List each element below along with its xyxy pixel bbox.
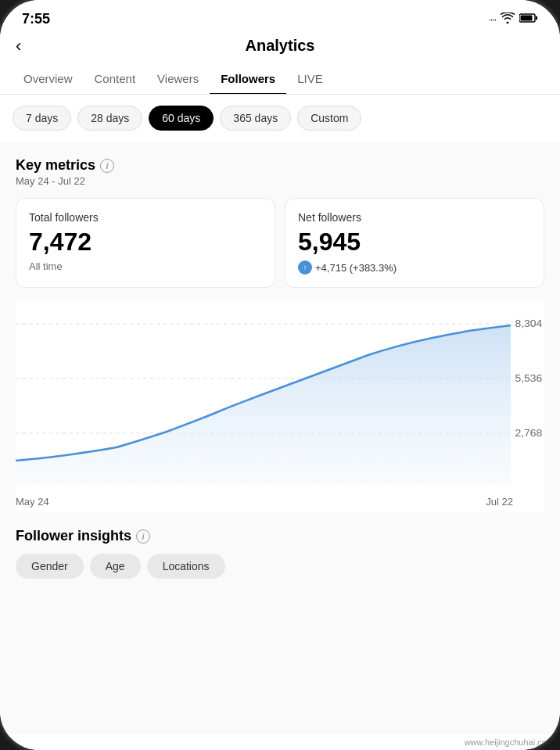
back-button[interactable]: ‹ — [16, 36, 21, 56]
date-range: May 24 - Jul 22 — [16, 175, 544, 187]
filter-60days[interactable]: 60 days — [149, 106, 214, 131]
signal-icon: ···· — [489, 14, 496, 25]
header: ‹ Analytics — [0, 31, 560, 55]
phone-screen: 7:55 ···· — [0, 0, 560, 750]
tab-viewers[interactable]: Viewers — [146, 64, 210, 94]
net-followers-card: Net followers 5,945 ↑ +4,715 (+383.3%) — [285, 198, 544, 288]
content-area: Key metrics i May 24 - Jul 22 Total foll… — [0, 142, 560, 734]
svg-rect-2 — [536, 16, 537, 20]
total-followers-value: 7,472 — [29, 228, 262, 256]
filter-7days[interactable]: 7 days — [13, 106, 71, 131]
chart-dates: May 24 Jul 22 — [16, 491, 544, 512]
page-title: Analytics — [246, 37, 315, 55]
key-metrics-info-icon[interactable]: i — [100, 159, 114, 173]
svg-text:8,304: 8,304 — [515, 318, 542, 329]
chart-svg-wrapper: 8,304 5,536 2,768 — [16, 308, 544, 491]
tab-live[interactable]: LIVE — [286, 64, 334, 94]
status-time: 7:55 — [22, 11, 50, 27]
insights-tab-locations[interactable]: Locations — [147, 554, 225, 579]
net-followers-label: Net followers — [298, 211, 531, 224]
total-followers-label: Total followers — [29, 211, 262, 224]
filter-28days[interactable]: 28 days — [77, 106, 142, 131]
net-followers-change: ↑ +4,715 (+383.3%) — [298, 260, 531, 275]
watermark: www.heijingchuhai.com — [0, 734, 560, 750]
net-followers-change-text: +4,715 (+383.3%) — [315, 262, 397, 274]
battery-icon — [519, 13, 538, 27]
follower-insights-title: Follower insights i — [16, 528, 544, 544]
tabs-list: Overview Content Viewers Followers LIVE — [0, 64, 560, 94]
phone-frame: 7:55 ···· — [0, 0, 560, 750]
svg-text:2,768: 2,768 — [515, 428, 542, 439]
metrics-grid: Total followers 7,472 All time Net follo… — [16, 198, 544, 288]
chart-svg: 8,304 5,536 2,768 — [16, 308, 544, 488]
chart-date-end: Jul 22 — [486, 496, 513, 508]
insights-tab-age[interactable]: Age — [90, 554, 141, 579]
wifi-icon — [501, 13, 515, 27]
follower-insights-section: Follower insights i Gender Age Locations — [16, 528, 544, 594]
up-arrow-icon: ↑ — [298, 260, 312, 275]
time-filter: 7 days 28 days 60 days 365 days Custom — [0, 95, 560, 142]
chart-date-start: May 24 — [16, 496, 49, 508]
tabs-container: Overview Content Viewers Followers LIVE — [0, 55, 560, 95]
filter-365days[interactable]: 365 days — [220, 106, 291, 131]
status-icons: ···· — [489, 13, 538, 27]
chart-container: 8,304 5,536 2,768 May 24 Jul 22 — [16, 300, 544, 512]
follower-insights-info-icon[interactable]: i — [136, 529, 150, 544]
tab-overview[interactable]: Overview — [13, 64, 84, 94]
total-followers-card: Total followers 7,472 All time — [16, 198, 275, 288]
insights-tab-gender[interactable]: Gender — [16, 554, 84, 579]
svg-text:5,536: 5,536 — [515, 373, 542, 384]
key-metrics-section: Key metrics i May 24 - Jul 22 Total foll… — [16, 157, 544, 288]
status-bar: 7:55 ···· — [0, 0, 560, 31]
net-followers-value: 5,945 — [298, 228, 531, 256]
insights-tabs: Gender Age Locations — [16, 554, 544, 579]
filter-custom[interactable]: Custom — [297, 106, 361, 131]
tab-followers[interactable]: Followers — [210, 64, 286, 94]
key-metrics-title: Key metrics i — [16, 157, 544, 174]
svg-rect-1 — [521, 15, 533, 20]
total-followers-sub: All time — [29, 260, 262, 272]
tab-content[interactable]: Content — [84, 64, 147, 94]
